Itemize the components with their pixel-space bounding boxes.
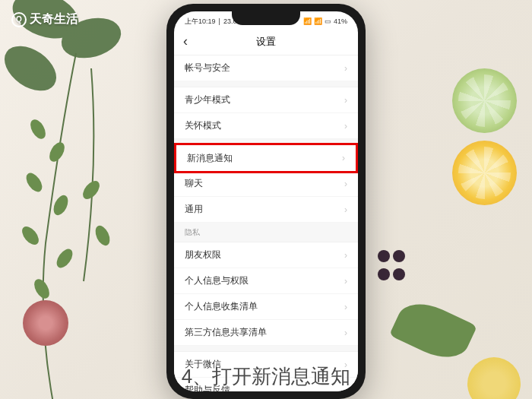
step-caption: 4、打开新消息通知 xyxy=(182,363,350,390)
settings-item-label: 帐号与安全 xyxy=(185,62,230,74)
settings-item-general[interactable]: 通用 › xyxy=(174,197,358,223)
settings-item-label: 关怀模式 xyxy=(185,119,221,132)
svg-point-7 xyxy=(19,223,42,248)
decoration-berries xyxy=(376,249,407,285)
decoration-leaf-bottom xyxy=(389,294,477,368)
chevron-right-icon: › xyxy=(344,179,347,189)
section-gap xyxy=(174,346,358,352)
settings-item-notifications[interactable]: 新消息通知 › xyxy=(174,143,358,173)
chevron-right-icon: › xyxy=(344,276,347,287)
svg-point-11 xyxy=(93,223,112,248)
settings-list: 帐号与安全 › 青少年模式 › 关怀模式 › 新消息通知 › 聊天 › xyxy=(174,55,358,391)
settings-item-thirdparty[interactable]: 第三方信息共享清单 › xyxy=(174,320,358,346)
watermark: Q 天奇生活 xyxy=(11,11,78,27)
decoration-citrus xyxy=(452,68,517,213)
phone-screen: 上午10:19 | 23.0K/s ⊙ ⏱ 📶 📶 ▭ 41% ‹ 设置 帐号与… xyxy=(174,11,358,391)
chevron-right-icon: › xyxy=(344,204,347,215)
settings-item-label: 聊天 xyxy=(185,177,203,190)
settings-item-label: 通用 xyxy=(185,203,203,216)
settings-item-account[interactable]: 帐号与安全 › xyxy=(174,55,358,81)
settings-item-teenmode[interactable]: 青少年模式 › xyxy=(174,87,358,113)
chevron-right-icon: › xyxy=(344,302,347,312)
battery-percent: 41% xyxy=(334,17,347,25)
settings-item-label: 青少年模式 xyxy=(185,93,230,106)
settings-item-label: 第三方信息共享清单 xyxy=(185,326,267,339)
settings-item-datacollection[interactable]: 个人信息收集清单 › xyxy=(174,294,358,320)
decoration-rose xyxy=(23,300,68,346)
battery-icon: ▭ xyxy=(325,17,331,25)
back-icon[interactable]: ‹ xyxy=(183,33,188,49)
chevron-right-icon: › xyxy=(344,95,347,106)
phone-frame: 上午10:19 | 23.0K/s ⊙ ⏱ 📶 📶 ▭ 41% ‹ 设置 帐号与… xyxy=(166,4,366,399)
watermark-text: 天奇生活 xyxy=(30,11,78,27)
chevron-right-icon: › xyxy=(344,121,347,131)
svg-point-2 xyxy=(0,37,65,100)
settings-item-caremode[interactable]: 关怀模式 › xyxy=(174,113,358,139)
svg-point-5 xyxy=(23,170,45,195)
signal-icon: 📶 xyxy=(303,17,312,25)
svg-point-3 xyxy=(27,117,49,141)
decoration-plant-left xyxy=(0,0,175,399)
svg-point-4 xyxy=(46,140,68,164)
chevron-right-icon: › xyxy=(344,250,347,261)
section-header-privacy: 隐私 xyxy=(174,223,358,242)
wifi-icon: 📶 xyxy=(314,17,322,25)
chevron-right-icon: › xyxy=(342,153,345,163)
watermark-icon: Q xyxy=(11,12,27,27)
settings-item-label: 个人信息收集清单 xyxy=(185,300,258,313)
phone-notch xyxy=(232,11,300,25)
svg-point-9 xyxy=(31,277,52,301)
chevron-right-icon: › xyxy=(344,328,347,338)
svg-point-6 xyxy=(51,193,71,217)
settings-item-personalinfo[interactable]: 个人信息与权限 › xyxy=(174,268,358,294)
chevron-right-icon: › xyxy=(344,63,347,74)
page-title: 设置 xyxy=(256,35,276,49)
settings-item-label: 新消息通知 xyxy=(187,152,233,165)
status-time: 上午10:19 xyxy=(185,17,216,27)
settings-item-chat[interactable]: 聊天 › xyxy=(174,171,358,197)
settings-item-label: 个人信息与权限 xyxy=(185,274,249,287)
nav-bar: ‹ 设置 xyxy=(174,28,358,55)
settings-item-label: 朋友权限 xyxy=(185,249,221,261)
decoration-fruit-bottom xyxy=(467,357,521,399)
settings-item-friends[interactable]: 朋友权限 › xyxy=(174,242,358,268)
section-gap xyxy=(174,81,358,87)
svg-point-8 xyxy=(53,246,75,271)
